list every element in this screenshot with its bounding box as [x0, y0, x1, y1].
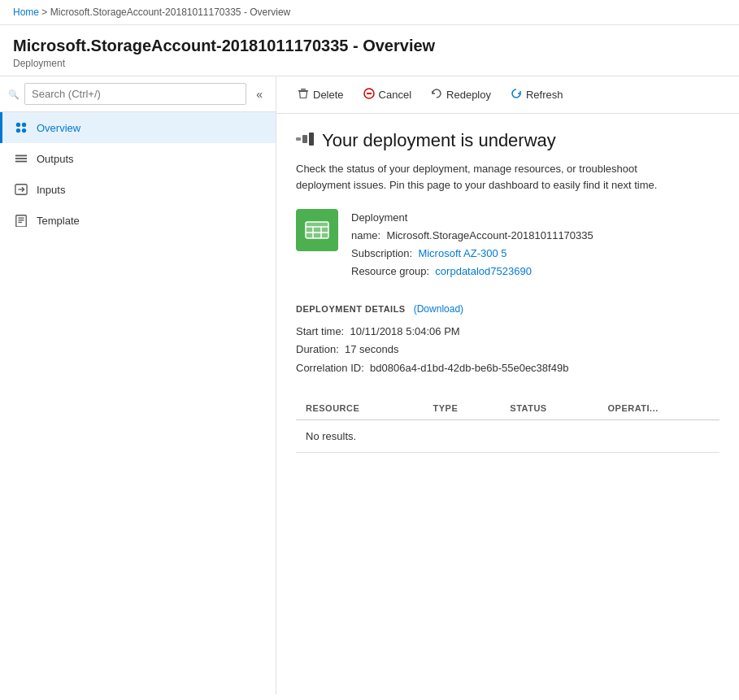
page-title: Microsoft.StorageAccount-20181011170335 … [13, 35, 726, 56]
breadcrumb-separator: > [41, 7, 47, 18]
redeploy-icon [431, 88, 442, 102]
col-type: TYPE [424, 397, 501, 420]
main-layout: « Overview [0, 76, 739, 694]
sidebar-item-template-label: Template [37, 215, 80, 227]
outputs-icon [14, 151, 28, 166]
sidebar-item-overview-label: Overview [37, 122, 80, 134]
content-area: Delete Cancel Redeploy [276, 76, 739, 694]
results-table: RESOURCE TYPE STATUS OPERATI... No resul… [296, 397, 719, 453]
cancel-button[interactable]: Cancel [355, 83, 419, 107]
svg-rect-14 [301, 89, 306, 90]
page-subtitle: Deployment [13, 58, 726, 69]
deployment-heading-text: Your deployment is underway [322, 130, 556, 151]
deployment-description: Check the status of your deployment, man… [296, 161, 686, 193]
refresh-icon [511, 88, 522, 102]
col-resource: RESOURCE [296, 397, 424, 420]
svg-rect-20 [306, 222, 328, 238]
sidebar-item-outputs-label: Outputs [37, 153, 74, 165]
delete-icon [298, 88, 309, 102]
svg-rect-9 [16, 215, 26, 227]
svg-rect-4 [15, 155, 27, 157]
breadcrumb-home-link[interactable]: Home [13, 7, 39, 18]
page-header: Microsoft.StorageAccount-20181011170335 … [0, 25, 739, 76]
refresh-label: Refresh [526, 89, 563, 101]
duration-line: Duration: 17 seconds [296, 341, 719, 359]
sidebar-item-template[interactable]: Template [0, 205, 276, 236]
resource-group: Resource group: corpdatalod7523690 [351, 263, 593, 280]
resource-card: Deployment name: Microsoft.StorageAccoun… [296, 209, 719, 280]
content-body: Your deployment is underway Check the st… [276, 114, 739, 694]
inputs-icon [14, 182, 28, 197]
sidebar-search-bar: « [0, 76, 276, 112]
template-icon [14, 213, 28, 228]
sidebar-collapse-button[interactable]: « [251, 86, 267, 102]
sidebar-nav: Overview Outputs [0, 112, 276, 694]
resource-card-icon [296, 209, 338, 251]
resource-subscription: Subscription: Microsoft AZ-300 5 [351, 245, 593, 263]
svg-point-2 [16, 128, 20, 133]
col-operations: OPERATI... [598, 397, 719, 420]
redeploy-label: Redeploy [446, 89, 491, 101]
subscription-link[interactable]: Microsoft AZ-300 5 [418, 247, 506, 259]
deployment-details-title: DEPLOYMENT DETAILS [296, 304, 406, 314]
resource-group-link[interactable]: corpdatalod7523690 [435, 265, 532, 277]
sidebar-item-outputs[interactable]: Outputs [0, 143, 276, 174]
deployment-details-header: DEPLOYMENT DETAILS (Download) [296, 303, 719, 315]
cancel-label: Cancel [379, 89, 411, 101]
deployment-heading: Your deployment is underway [296, 130, 719, 151]
resource-deployment-label: Deployment [351, 209, 593, 227]
svg-rect-10 [18, 217, 24, 218]
download-link[interactable]: (Download) [414, 303, 463, 315]
svg-rect-12 [18, 222, 21, 223]
col-status: STATUS [500, 397, 598, 420]
deployment-details-section: DEPLOYMENT DETAILS (Download) Start time… [296, 303, 719, 376]
no-results-row: No results. [296, 420, 719, 452]
breadcrumb-current: Microsoft.StorageAccount-20181011170335 … [50, 7, 291, 18]
resource-info: Deployment name: Microsoft.StorageAccoun… [351, 209, 593, 280]
redeploy-button[interactable]: Redeploy [423, 83, 499, 107]
correlation-line: Correlation ID: bd0806a4-d1bd-42db-be6b-… [296, 359, 719, 377]
breadcrumb: Home > Microsoft.StorageAccount-20181011… [0, 0, 739, 25]
svg-rect-11 [18, 220, 24, 220]
svg-rect-17 [296, 137, 301, 141]
search-icon [8, 88, 20, 100]
svg-rect-6 [15, 161, 27, 163]
sidebar-item-inputs-label: Inputs [37, 184, 65, 196]
svg-rect-18 [302, 135, 307, 143]
start-time-line: Start time: 10/11/2018 5:04:06 PM [296, 323, 719, 341]
resource-name: name: Microsoft.StorageAccount-201810111… [351, 227, 593, 245]
svg-rect-19 [309, 133, 314, 146]
delete-label: Delete [313, 89, 344, 101]
svg-point-1 [22, 123, 26, 127]
deployment-underway-icon [296, 133, 314, 150]
sidebar-item-inputs[interactable]: Inputs [0, 174, 276, 205]
svg-point-0 [16, 123, 20, 127]
sidebar-item-overview[interactable]: Overview [0, 112, 276, 143]
delete-button[interactable]: Delete [289, 83, 352, 107]
refresh-button[interactable]: Refresh [502, 83, 572, 107]
overview-icon [14, 120, 28, 135]
svg-point-3 [22, 128, 26, 133]
cancel-icon [363, 88, 375, 102]
search-input[interactable] [24, 83, 246, 105]
no-results-text: No results. [296, 420, 719, 452]
svg-rect-5 [15, 158, 27, 159]
toolbar: Delete Cancel Redeploy [276, 76, 739, 114]
sidebar: « Overview [0, 76, 276, 694]
